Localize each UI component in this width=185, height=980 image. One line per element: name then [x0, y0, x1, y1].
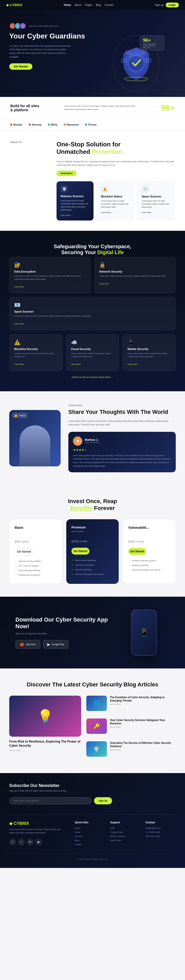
- footer-quicklinks: Home About Services Blog Contact: [75, 827, 105, 846]
- pricing-badge-premium: Most Popular: [71, 530, 114, 533]
- footer-link-services[interactable]: Services: [75, 835, 105, 837]
- spam-scanner-learn-more[interactable]: Learn More: [14, 323, 24, 325]
- pricing-features-premium: Basic threat monitoring Security log ana…: [71, 558, 114, 577]
- brand-dot-border: [10, 124, 12, 126]
- blocklist-sec-title: Blocklist Security: [14, 347, 58, 350]
- stats-heading: Build for all sites & platform: [10, 104, 39, 112]
- about-title: One-Stop Solution for Unmatched Protecti…: [56, 141, 175, 156]
- spam-learn-more[interactable]: Learn More →: [142, 211, 171, 213]
- linkedin-icon[interactable]: in: [27, 839, 34, 845]
- blog-item-1-content: The Evolution of Cyber Security: Adaptin…: [110, 696, 176, 711]
- stat-number: 96+: [143, 38, 161, 43]
- footer-support-title: Support: [110, 821, 140, 824]
- footer-link-about[interactable]: About: [75, 831, 105, 833]
- brands-bar: Border Horney Mirly Ranmore Prisec: [0, 119, 185, 130]
- pricing-price-basic: $99/ month: [14, 536, 57, 544]
- nav-blog[interactable]: Blog: [96, 3, 101, 6]
- pricing-feature: 24/7 customer support: [14, 563, 57, 568]
- network-learn-more[interactable]: Learn More: [99, 283, 109, 285]
- testimonial-person-silhouette: [19, 425, 50, 466]
- read-more-button[interactable]: Read More: [56, 170, 77, 176]
- blocklist-sec-learn-more[interactable]: Learn More: [14, 363, 24, 365]
- footer-contact-list: info@cybrix.com +1 234 567 890 New York,…: [145, 827, 176, 837]
- footer-link-contact[interactable]: Contact: [75, 843, 105, 846]
- google-play-button[interactable]: ▶ Google Play: [43, 640, 69, 649]
- blog-item-3-image: 🛡️: [86, 741, 107, 757]
- phone-mockup: 📱: [131, 609, 157, 655]
- pricing-plan-basic: Basic: [14, 526, 57, 530]
- feature-card-spam: 📧 Spam Scanner Lorem ipsum dolor sit ame…: [137, 181, 175, 221]
- blog-item-1-image: 🌐: [86, 696, 107, 711]
- pricing-btn-basic[interactable]: Get Started: [14, 548, 33, 555]
- encryption-learn-more[interactable]: Learn More: [14, 286, 24, 288]
- testimonial-avatar: M: [73, 436, 82, 445]
- footer-description: Lorem ipsum dolor sit amet consectetur. …: [9, 828, 70, 835]
- brand-ranmore: Ranmore: [64, 123, 79, 126]
- footer-terms[interactable]: Terms of Service: [110, 835, 140, 837]
- sign-up-link[interactable]: Sign up: [155, 3, 164, 6]
- pricing-card-basic: Basic $99/ month Get Started Regular sec…: [9, 519, 62, 584]
- newsletter-form: Sign Up: [9, 797, 112, 804]
- footer-help[interactable]: Help Center: [110, 839, 140, 842]
- about-label: About Us: [10, 141, 46, 143]
- pricing-card-vulnerability: Vulnerabilit... $399/ month Get Started …: [123, 519, 176, 584]
- malware-learn-more[interactable]: Learn More →: [61, 214, 89, 216]
- app-store-label: App Store: [26, 643, 36, 646]
- nav-pages[interactable]: Pages: [85, 3, 92, 6]
- brand-dot-horney: [29, 124, 31, 126]
- pricing-section: Invest Once, Reap Benefits Forever Basic…: [0, 485, 185, 597]
- nav-logo: ◆ CYBRIX: [6, 3, 23, 7]
- pricing-feature: Advanced analytics and reports: [128, 568, 171, 572]
- testimonials-desc: Lorem ipsum dolor sit amet consectetur. …: [68, 419, 176, 427]
- feature-card-malware: 🛡️ Malware Scanner Lorem ipsum dolor sit…: [56, 181, 93, 221]
- nav-contact[interactable]: Contact: [105, 3, 113, 6]
- facebook-icon[interactable]: f: [9, 839, 16, 845]
- login-button[interactable]: Login: [166, 3, 179, 8]
- spam-scanner-icon: 📧: [14, 302, 171, 308]
- encryption-title: Data Encryption: [14, 270, 86, 273]
- about-label-col: About Us: [10, 141, 46, 221]
- services-title: Safeguarding Your Cyberspace, Securing Y…: [9, 243, 176, 255]
- newsletter-email-input[interactable]: [9, 797, 92, 804]
- pricing-badge-vulnerability: [128, 530, 171, 533]
- blog-item-2-title: How Cyber Security Services Safeguard Yo…: [110, 719, 176, 725]
- pricing-badge-basic: [14, 530, 57, 533]
- hero-cta-button[interactable]: Get Started: [9, 63, 32, 70]
- blog-main-image: 💡: [9, 696, 81, 737]
- services-top-grid: 🔐 Data Encryption Lorem ipsum dolor sit …: [9, 257, 176, 330]
- footer-social: f t in ▶: [9, 839, 70, 845]
- mobile-learn-more[interactable]: Learn More: [127, 363, 137, 365]
- blocklist-sec-icon: ⚠️: [14, 339, 58, 345]
- footer-link-blog[interactable]: Blog: [75, 839, 105, 842]
- cloud-learn-more[interactable]: Learn More: [71, 363, 81, 365]
- footer-privacy[interactable]: Privacy Policy: [110, 831, 140, 833]
- shield-graphic: 96+ 100% Top-notch Cyber Watchful Servic…: [111, 30, 162, 97]
- twitter-icon[interactable]: t: [18, 839, 25, 845]
- cloud-desc: Lorem ipsum dolor sit amet consectetur. …: [71, 352, 114, 358]
- footer-link-home[interactable]: Home: [75, 827, 105, 829]
- blog-main-article: 💡 From Risk to Resilience, Exploring The…: [9, 696, 81, 760]
- pricing-feature: Regular security updates: [14, 559, 57, 563]
- newsletter-title: Subscribe Our Newsletter: [9, 783, 176, 788]
- app-store-button[interactable]: 🍎 App Store: [15, 640, 40, 649]
- nav-about[interactable]: About: [74, 3, 81, 6]
- show-more-link[interactable]: Check out all our services Show More →: [9, 376, 176, 379]
- mobile-title: Mobile Security: [127, 347, 171, 350]
- stats-description: Lorem ipsum dolor sit amet consectetur. …: [64, 105, 136, 111]
- newsletter-submit-button[interactable]: Sign Up: [94, 797, 112, 804]
- spam-icon: 📧: [142, 186, 149, 193]
- mobile-desc: Lorem ipsum dolor sit amet consectetur. …: [127, 352, 171, 358]
- nav-home[interactable]: Home: [64, 3, 71, 6]
- footer-support: FAQ Privacy Policy Terms of Service Help…: [110, 827, 140, 842]
- brand-dot-ranmore: [64, 124, 66, 126]
- blog-article-list: 🌐 The Evolution of Cyber Security: Adapt…: [86, 696, 176, 760]
- blocklist-learn-more[interactable]: Learn More →: [101, 211, 130, 213]
- pricing-btn-premium[interactable]: Get Started: [71, 548, 89, 555]
- youtube-icon[interactable]: ▶: [35, 839, 42, 845]
- pricing-features-vulnerability: Finding to identify systems Analysis rep…: [128, 558, 171, 572]
- network-icon: 🔒: [99, 262, 171, 268]
- footer-faq[interactable]: FAQ: [110, 827, 140, 829]
- blog-section: Discover The Latest Cyber Security Blog …: [0, 668, 185, 773]
- footer-phone: +1 234 567 890: [145, 831, 176, 833]
- pricing-btn-vulnerability[interactable]: Get Started: [128, 548, 146, 555]
